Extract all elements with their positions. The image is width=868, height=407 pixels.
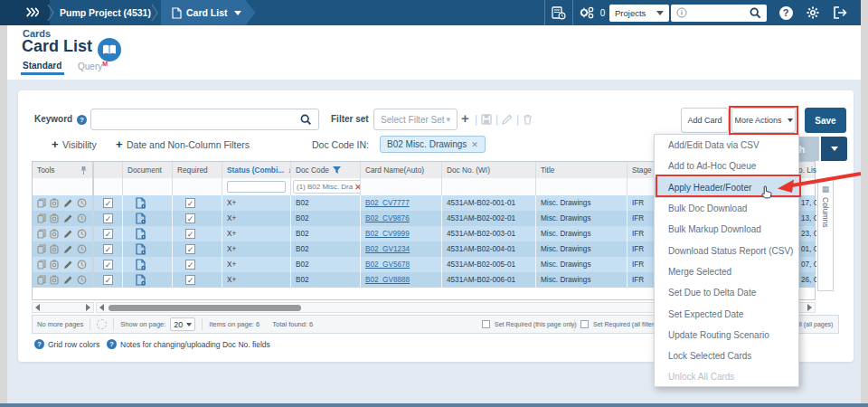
edit-filter-set-icon[interactable] — [502, 114, 513, 125]
card-name-link[interactable]: B02_CV9876 — [365, 214, 410, 222]
page-size-select[interactable]: 20 — [170, 317, 195, 331]
history-icon[interactable] — [77, 213, 87, 223]
add-card-button[interactable]: Add Card — [681, 108, 729, 133]
doc-code-chip[interactable]: B02 Misc. Drawings ✕ — [380, 136, 486, 153]
manual-book-icon[interactable] — [98, 38, 121, 62]
tab-query[interactable]: QueryM — [78, 61, 108, 71]
scope-select[interactable]: Projects — [609, 5, 669, 22]
col-header-card-name[interactable]: Card Name(Auto) — [361, 162, 442, 178]
breadcrumb-current-page[interactable]: Card List — [161, 0, 256, 25]
set-required-filtered-checkbox[interactable] — [580, 320, 589, 328]
edit-icon[interactable] — [63, 198, 73, 208]
app-logo-icon[interactable] — [26, 7, 39, 17]
history-icon[interactable] — [77, 198, 87, 208]
col-header-tools[interactable]: Tools — [33, 162, 94, 178]
doc-no-notes-help[interactable]: ? Notes for changing/uploading Doc No. f… — [107, 339, 270, 349]
pin-icon[interactable] — [80, 166, 88, 175]
col-header-required[interactable]: Required — [173, 162, 222, 178]
history-icon[interactable] — [77, 275, 87, 285]
status-filter-input[interactable] — [227, 181, 286, 193]
duplicate-icon[interactable] — [37, 244, 46, 254]
card-name-link[interactable]: B02_GV1234 — [365, 245, 410, 253]
set-required-page-checkbox[interactable] — [482, 320, 490, 328]
snapshot-icon[interactable] — [50, 213, 60, 223]
duplicate-icon[interactable] — [37, 260, 46, 270]
snapshot-icon[interactable] — [50, 244, 60, 254]
history-icon[interactable] — [77, 244, 87, 254]
col-header-doc-no[interactable]: Doc No. (WI) — [442, 162, 536, 178]
document-gear-icon[interactable] — [136, 274, 146, 286]
menu-item-unlock-all-cards[interactable]: Unlock All Cards — [655, 366, 798, 387]
row-select-checkbox[interactable]: ✓ — [103, 260, 113, 270]
tab-standard[interactable]: Standard — [23, 61, 61, 71]
card-name-link[interactable]: B02_CV7777 — [365, 199, 410, 207]
col-header-doc-code[interactable]: Doc Code — [291, 162, 361, 178]
card-name-link[interactable]: B02_CV9999 — [365, 230, 410, 238]
col-header-title[interactable]: Title — [536, 162, 627, 178]
row-select-checkbox[interactable]: ✓ — [103, 275, 113, 285]
add-filter-set-icon[interactable]: + — [461, 110, 469, 126]
menu-item-bulk-markup-download[interactable]: Bulk Markup Download — [655, 219, 798, 240]
close-icon[interactable]: ✕ — [471, 140, 478, 149]
filter-set-select[interactable]: Select Filter Set ▾ — [373, 109, 458, 130]
history-icon[interactable] — [77, 260, 87, 270]
edit-icon[interactable] — [63, 229, 73, 239]
document-gear-icon[interactable] — [136, 228, 146, 240]
required-checkbox[interactable]: ✓ — [185, 260, 195, 270]
required-checkbox[interactable]: ✓ — [185, 275, 195, 285]
refresh-spinner-icon[interactable] — [97, 319, 107, 329]
snapshot-icon[interactable] — [50, 275, 60, 285]
date-filters-toggle[interactable]: Date and Non-Column Filters — [127, 139, 250, 150]
document-gear-icon[interactable] — [136, 243, 146, 255]
close-icon[interactable]: ✕ — [354, 183, 361, 192]
document-gear-icon[interactable] — [136, 213, 146, 224]
menu-item-bulk-doc-download[interactable]: Bulk Doc Download — [655, 198, 798, 219]
col-header-status[interactable]: Status (Combi...↓ — [222, 162, 291, 178]
doc-queue-icon[interactable] — [545, 0, 572, 25]
required-checkbox[interactable]: ✓ — [185, 244, 195, 254]
row-select-checkbox[interactable]: ✓ — [103, 213, 113, 223]
visibility-toggle[interactable]: Visibility — [62, 139, 97, 150]
help-icon[interactable]: ? — [772, 0, 799, 25]
menu-item-update-routing-scenario[interactable]: Update Routing Scenario — [655, 325, 798, 345]
duplicate-icon[interactable] — [37, 229, 46, 239]
menu-item-lock-selected-cards[interactable]: Lock Selected Cards — [655, 345, 798, 366]
frozen-scrollbar[interactable] — [32, 302, 94, 313]
duplicate-icon[interactable] — [37, 275, 46, 285]
required-checkbox[interactable]: ✓ — [185, 213, 195, 223]
edit-icon[interactable] — [63, 244, 73, 254]
required-checkbox[interactable]: ✓ — [185, 198, 195, 208]
save-filter-set-icon[interactable] — [481, 114, 492, 125]
edit-icon[interactable] — [63, 275, 73, 285]
snapshot-icon[interactable] — [50, 260, 60, 270]
logout-icon[interactable] — [826, 0, 854, 25]
edit-icon[interactable] — [63, 260, 73, 270]
delete-filter-set-icon[interactable] — [523, 114, 533, 125]
processes-icon[interactable]: 0 — [573, 0, 609, 25]
snapshot-icon[interactable] — [50, 229, 60, 239]
row-select-checkbox[interactable]: ✓ — [103, 198, 113, 208]
scrollbar-thumb[interactable] — [108, 305, 301, 311]
save-button[interactable]: Save — [805, 108, 846, 133]
history-icon[interactable] — [77, 229, 87, 239]
snapshot-icon[interactable] — [50, 198, 60, 208]
menu-item-set-expected-date[interactable]: Set Expected Date — [655, 303, 798, 324]
menu-item-download-status-report-csv-[interactable]: Download Status Report (CSV) — [655, 240, 798, 260]
row-select-checkbox[interactable]: ✓ — [103, 229, 113, 239]
breadcrumb-project[interactable]: Pump Project (4531) — [60, 7, 151, 18]
duplicate-icon[interactable] — [37, 213, 46, 223]
duplicate-icon[interactable] — [37, 198, 46, 208]
required-checkbox[interactable]: ✓ — [185, 229, 195, 239]
settings-gear-icon[interactable] — [799, 0, 826, 25]
keyword-input[interactable] — [90, 109, 319, 130]
row-select-checkbox[interactable]: ✓ — [103, 244, 113, 254]
col-header-document[interactable]: Document — [123, 162, 173, 178]
card-name-link[interactable]: B02_GV5678 — [365, 260, 410, 269]
document-gear-icon[interactable] — [136, 259, 146, 270]
document-gear-icon[interactable] — [136, 197, 146, 209]
global-search-input[interactable] — [671, 5, 767, 22]
menu-item-add-edit-data-via-csv[interactable]: Add/Edit Data via CSV — [655, 135, 798, 156]
menu-item-set-due-to-delta-date[interactable]: Set Due to Delta Date — [655, 282, 798, 303]
grid-row-colors-help[interactable]: ? Grid row colors — [34, 339, 99, 349]
doc-code-filter-chip[interactable]: (1) B02 Misc. Dra✕ — [293, 180, 361, 194]
